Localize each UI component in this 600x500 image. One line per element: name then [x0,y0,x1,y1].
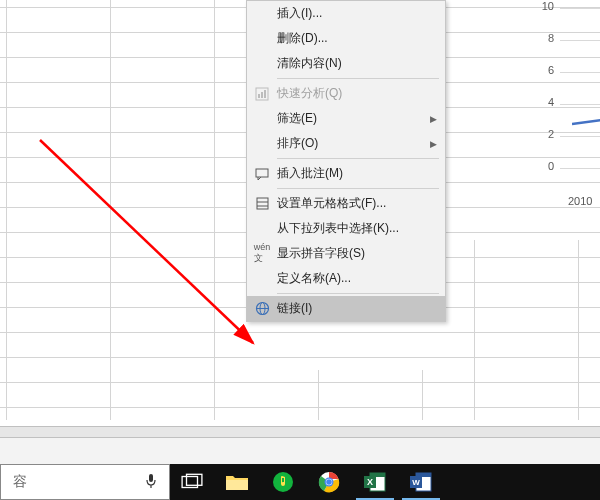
menu-item-insert[interactable]: 插入(I)... [247,1,445,26]
y-tick-label: 8 [534,32,554,44]
chart-gridline [560,40,600,41]
menu-label: 删除(D)... [273,30,437,47]
svg-rect-13 [149,474,153,482]
phonetic-icon: wén文 [251,242,273,265]
menu-item-clear[interactable]: 清除内容(N) [247,51,445,76]
menu-item-quick-analysis: 快速分析(Q) [247,81,445,106]
chart-gridline [560,104,600,105]
svg-text:W: W [412,478,420,487]
svg-text:X: X [367,477,373,487]
context-menu: 插入(I)... 删除(D)... 清除内容(N) 快速分析(Q) 筛选(E) … [246,0,446,322]
menu-item-insert-comment[interactable]: 插入批注(M) [247,161,445,186]
menu-item-filter[interactable]: 筛选(E) ▶ [247,106,445,131]
menu-label: 筛选(E) [273,110,430,127]
y-tick-label: 10 [534,0,554,12]
menu-item-define-name[interactable]: 定义名称(A)... [247,266,445,291]
sheet-tab-strip[interactable] [0,426,600,438]
x-tick-label: 2010 [568,195,592,207]
quick-analysis-icon [251,87,273,101]
menu-label: 插入(I)... [273,5,437,22]
taskbar: 容 X W [0,464,600,500]
y-tick-label: 0 [534,160,554,172]
menu-label: 定义名称(A)... [273,270,437,287]
microphone-icon[interactable] [145,473,157,492]
status-bar [0,438,600,464]
taskbar-app-word[interactable]: W [398,464,444,500]
menu-separator [277,78,439,79]
menu-label: 排序(O) [273,135,430,152]
svg-point-22 [326,479,332,485]
chart-line-series [572,118,600,128]
chart-gridline [560,8,600,9]
comment-icon [251,168,273,180]
menu-item-pick-list[interactable]: 从下拉列表中选择(K)... [247,216,445,241]
svg-rect-4 [256,169,268,177]
taskview-icon[interactable] [170,464,214,500]
chevron-right-icon: ▶ [430,114,437,124]
menu-separator [277,188,439,189]
search-text: 容 [13,473,27,491]
svg-rect-1 [258,94,260,98]
menu-label: 链接(I) [273,300,437,317]
y-tick-label: 2 [534,128,554,140]
taskbar-app-music[interactable] [260,464,306,500]
svg-rect-17 [226,480,248,490]
menu-separator [277,293,439,294]
menu-label: 清除内容(N) [273,55,437,72]
taskbar-app-excel[interactable]: X [352,464,398,500]
menu-label: 从下拉列表中选择(K)... [273,220,437,237]
menu-item-sort[interactable]: 排序(O) ▶ [247,131,445,156]
chart-gridline [560,72,600,73]
svg-rect-2 [261,92,263,98]
taskbar-app-explorer[interactable] [214,464,260,500]
menu-item-link[interactable]: 链接(I) [247,296,445,321]
menu-item-delete[interactable]: 删除(D)... [247,26,445,51]
menu-item-format-cells[interactable]: 设置单元格格式(F)... [247,191,445,216]
taskbar-app-chrome[interactable] [306,464,352,500]
svg-rect-3 [264,90,266,98]
format-cells-icon [251,197,273,210]
y-tick-label: 4 [534,96,554,108]
menu-label: 快速分析(Q) [273,85,437,102]
chart-fragment: 10 8 6 4 2 0 2010 [510,0,600,220]
chart-gridline [560,136,600,137]
chart-gridline [560,168,600,169]
menu-item-phonetic[interactable]: wén文 显示拼音字段(S) [247,241,445,266]
chevron-right-icon: ▶ [430,139,437,149]
menu-separator [277,158,439,159]
menu-label: 设置单元格格式(F)... [273,195,437,212]
menu-label: 显示拼音字段(S) [273,245,437,262]
link-icon [251,301,273,316]
svg-rect-5 [257,198,268,209]
y-tick-label: 6 [534,64,554,76]
taskbar-search[interactable]: 容 [0,464,170,500]
svg-line-11 [572,120,600,124]
menu-label: 插入批注(M) [273,165,437,182]
